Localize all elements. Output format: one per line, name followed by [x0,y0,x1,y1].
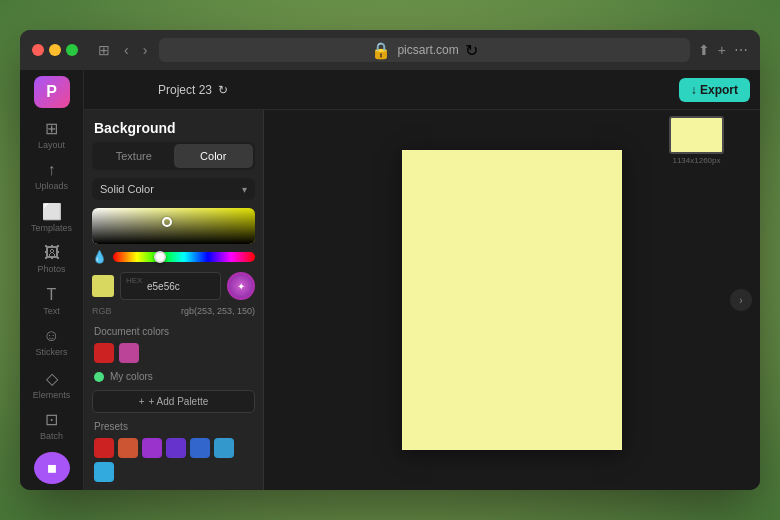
panel-title: Background [94,120,176,136]
sidebar-item-uploads[interactable]: ↑ Uploads [26,156,78,196]
tab-row: Texture Color [92,142,255,170]
rgb-row: RGB rgb(253, 253, 150) [92,306,255,316]
minimize-button[interactable] [49,44,61,56]
thumbnail-panel: 1134x1260px [669,116,724,165]
doc-color-swatch-0[interactable] [94,343,114,363]
url-text: picsart.com [397,43,458,57]
chevron-down-icon: ▾ [242,184,247,195]
maximize-button[interactable] [66,44,78,56]
sidebar-label-text: Text [43,306,60,316]
lock-icon: 🔒 [371,41,391,60]
color-picker-cursor[interactable] [162,217,172,227]
canvas-document[interactable] [402,150,622,450]
preset-swatch-5[interactable] [214,438,234,458]
hue-slider-row: 💧 [92,250,255,264]
app-body: Background Texture Color Solid Color ▾ [84,110,760,490]
background-icon: ◼ [47,461,57,475]
sidebar-item-elements[interactable]: ◇ Elements [26,364,78,404]
preset-swatch-1[interactable] [118,438,138,458]
text-icon: T [47,286,57,304]
photos-icon: 🖼 [44,244,60,262]
top-bar: Project 23 ↻ ↓ Export [84,70,760,110]
address-bar[interactable]: 🔒 picsart.com ↻ [159,38,689,62]
canvas-area: 1134x1260px › [264,110,760,490]
add-palette-button[interactable]: + + Add Palette [92,390,255,413]
preset-swatch-0[interactable] [94,438,114,458]
project-name-area: Project 23 ↻ [94,83,228,97]
color-picker-area[interactable] [92,208,255,244]
browser-nav: ⊞ ‹ › [94,40,151,60]
sidebar-label-photos: Photos [37,264,65,274]
preset-swatch-6[interactable] [94,462,114,482]
traffic-lights [32,44,78,56]
preset-swatch-2[interactable] [142,438,162,458]
sidebar-item-stickers[interactable]: ☺ Stickers [26,323,78,363]
background-active-button[interactable]: ◼ [34,452,70,484]
icon-sidebar: P ⊞ Layout ↑ Uploads ⬜ Templates 🖼 Photo… [20,70,84,490]
eyedropper-circle-button[interactable]: ✦ [227,272,255,300]
elements-icon: ◇ [46,369,58,388]
hue-slider[interactable] [113,252,255,262]
eyedropper-icon[interactable]: 💧 [92,250,107,264]
thumbnail-label: 1134x1260px [669,156,724,165]
sidebar-label-batch: Batch [40,431,63,441]
sidebar-item-layout[interactable]: ⊞ Layout [26,114,78,154]
thumbnail-box[interactable] [669,116,724,154]
export-button[interactable]: ↓ Export [679,78,750,102]
sidebar-label-uploads: Uploads [35,181,68,191]
close-button[interactable] [32,44,44,56]
my-colors-row[interactable]: My colors [84,369,263,386]
batch-icon: ⊡ [45,410,58,429]
hue-thumb[interactable] [154,251,166,263]
solid-color-dropdown[interactable]: Solid Color ▾ [92,178,255,200]
add-palette-label: + Add Palette [149,396,209,407]
canvas-right-arrow[interactable]: › [730,289,752,311]
my-colors-label: My colors [110,371,153,382]
sidebar-label-elements: Elements [33,390,71,400]
sidebar-item-templates[interactable]: ⬜ Templates [26,198,78,238]
hex-label-text: HEX [126,276,142,285]
reload-icon[interactable]: ↻ [465,41,478,60]
rgb-label: RGB [92,306,112,316]
grid-icon[interactable]: ⊞ [94,40,114,60]
browser-chrome: ⊞ ‹ › 🔒 picsart.com ↻ ⬆ + ⋯ [20,30,760,70]
preset-swatch-4[interactable] [190,438,210,458]
dropdown-value: Solid Color [100,183,154,195]
back-button[interactable]: ‹ [120,40,133,60]
tab-color[interactable]: Color [174,144,254,168]
panel-header: Background [84,110,263,142]
sidebar-label-stickers: Stickers [35,347,67,357]
preset-swatch-3[interactable] [166,438,186,458]
sidebar-item-text[interactable]: T Text [26,281,78,321]
hex-row: HEX e5e56c ✦ [92,272,255,300]
menu-icon[interactable]: ⋯ [734,42,748,58]
project-name-text: Project 23 [158,83,212,97]
sidebar-item-batch[interactable]: ⊡ Batch [26,406,78,446]
project-refresh-icon[interactable]: ↻ [218,83,228,97]
tab-texture[interactable]: Texture [94,144,174,168]
browser-actions: ⬆ + ⋯ [698,42,748,58]
layout-icon: ⊞ [45,119,58,138]
share-icon[interactable]: ⬆ [698,42,710,58]
rgb-value: rgb(253, 253, 150) [181,306,255,316]
my-colors-dot [94,372,104,382]
alpha-swatch [92,275,114,297]
stickers-icon: ☺ [43,327,59,345]
add-tab-icon[interactable]: + [718,42,726,58]
doc-color-swatch-1[interactable] [119,343,139,363]
presets-row [84,436,263,490]
app-main: Project 23 ↻ ↓ Export Background Texture… [84,70,760,490]
app-logo: P [34,76,70,108]
forward-button[interactable]: › [139,40,152,60]
eyedropper-picker-icon: ✦ [237,281,245,292]
templates-icon: ⬜ [42,202,62,221]
sidebar-item-photos[interactable]: 🖼 Photos [26,239,78,279]
document-colors-label: Document colors [84,322,263,341]
presets-label: Presets [84,417,263,436]
color-panel: Background Texture Color Solid Color ▾ [84,110,264,490]
chevron-right-icon: › [739,295,742,306]
hex-input-value[interactable]: e5e56c [147,281,180,292]
document-colors-row [84,341,263,369]
add-palette-plus-icon: + [139,396,145,407]
sidebar-label-layout: Layout [38,140,65,150]
